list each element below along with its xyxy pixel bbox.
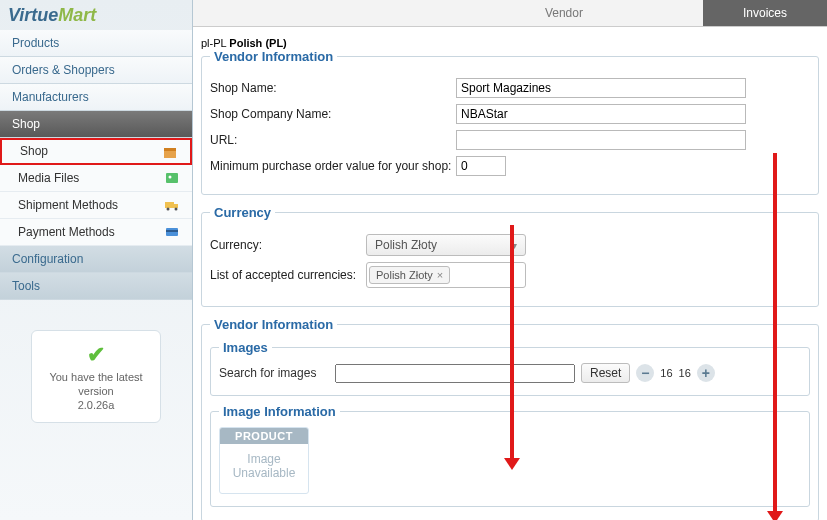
shop-company-input[interactable] [456,104,746,124]
legend-vendor-info: Vendor Information [210,49,337,64]
nav-configuration[interactable]: Configuration [0,246,192,273]
label-min-purchase: Minimum purchase order value for your sh… [210,159,456,173]
nav-shop-sub: Shop Media Files Shipment Methods Paymen… [0,138,192,246]
label-url: URL: [210,133,456,147]
label-shop-name: Shop Name: [210,81,456,95]
media-icon [164,170,180,186]
content: pl-PL Polish (PL) Vendor Information Sho… [193,27,827,520]
label-accepted: List of accepted currencies: [210,268,366,282]
update-version: 2.0.26a [38,398,154,412]
nav-tools[interactable]: Tools [0,273,192,300]
annotation-arrow [773,153,777,513]
pager-num: 16 [660,367,672,379]
label-search-images: Search for images [219,366,329,380]
annotation-arrow [510,225,514,460]
tab-vendor[interactable]: Vendor [425,0,703,27]
svg-point-7 [175,208,178,211]
sidebar-item-shop[interactable]: Shop [0,138,192,165]
nav: Products Orders & Shoppers Manufacturers… [0,30,192,300]
truck-icon [164,197,180,213]
card-icon [164,224,180,240]
svg-rect-2 [166,173,178,183]
svg-rect-4 [165,202,174,208]
pager-next-button[interactable]: + [697,364,715,382]
pager-num2: 16 [679,367,691,379]
update-box: ✔ You have the latest version 2.0.26a [31,330,161,423]
label-currency: Currency: [210,238,366,252]
min-purchase-input[interactable] [456,156,506,176]
svg-rect-1 [164,148,176,151]
fieldset-vendor-info: Vendor Information Shop Name: Shop Compa… [201,49,819,195]
svg-rect-5 [174,204,178,208]
currency-token: Polish Złoty × [369,266,450,284]
sidebar-item-payment[interactable]: Payment Methods [0,219,192,246]
legend-images: Images [219,340,272,355]
accepted-currencies[interactable]: Polish Złoty × [366,262,526,288]
nav-manufacturers[interactable]: Manufacturers [0,84,192,111]
nav-orders[interactable]: Orders & Shoppers [0,57,192,84]
sidebar-item-label: Shipment Methods [18,192,118,219]
nav-products[interactable]: Products [0,30,192,57]
product-thumb[interactable]: PRODUCT Image Unavailable [219,427,309,494]
thumb-header: PRODUCT [220,428,308,444]
svg-rect-0 [164,150,176,158]
sidebar-item-shipment[interactable]: Shipment Methods [0,192,192,219]
shop-name-input[interactable] [456,78,746,98]
svg-rect-9 [166,230,178,232]
legend-currency: Currency [210,205,275,220]
legend-image-info: Image Information [219,404,340,419]
locale: pl-PL Polish (PL) [201,37,819,49]
sidebar-item-label: Media Files [18,165,79,192]
tabbar: Vendor Invoices [193,0,827,27]
update-text: You have the latest version [38,370,154,399]
nav-shop[interactable]: Shop [0,111,192,138]
thumb-body: Image Unavailable [220,444,308,493]
shop-icon [162,144,178,160]
sidebar-item-media[interactable]: Media Files [0,165,192,192]
currency-select[interactable]: Polish Złoty [366,234,526,256]
remove-token-icon[interactable]: × [437,269,443,281]
svg-point-3 [169,176,172,179]
pager-prev-button[interactable]: − [636,364,654,382]
sidebar: VirtueMart Products Orders & Shoppers Ma… [0,0,193,520]
label-shop-company: Shop Company Name: [210,107,456,121]
svg-point-6 [167,208,170,211]
reset-button[interactable]: Reset [581,363,630,383]
logo: VirtueMart [0,0,192,30]
check-icon: ✔ [38,341,154,370]
tab-invoices[interactable]: Invoices [703,0,827,27]
search-images-input[interactable] [335,364,575,383]
legend-vendor-info2: Vendor Information [210,317,337,332]
url-input[interactable] [456,130,746,150]
sidebar-item-label: Payment Methods [18,219,115,246]
sidebar-item-label: Shop [20,138,48,165]
main: Vendor Invoices pl-PL Polish (PL) Vendor… [193,0,827,520]
